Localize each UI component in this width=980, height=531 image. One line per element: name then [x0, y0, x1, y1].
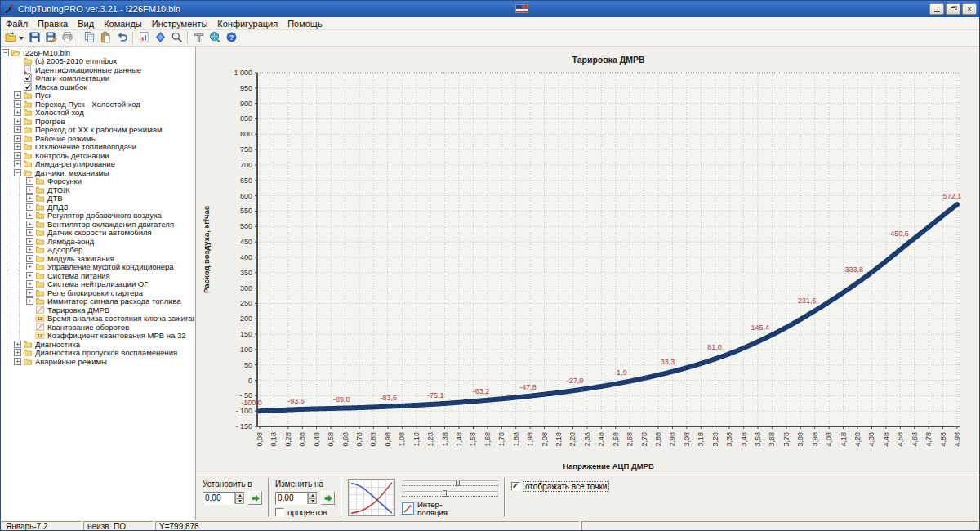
paste-button[interactable] — [97, 31, 114, 46]
tree-item[interactable]: +Датчик скорости автомобиля — [1, 229, 195, 238]
save-as-button[interactable] — [42, 31, 59, 46]
menu-item-edit[interactable]: Правка — [33, 17, 73, 30]
compare-button[interactable] — [152, 31, 168, 46]
tree-item[interactable]: +Рабочие режимы — [1, 134, 195, 143]
set-to-spin-down[interactable] — [235, 498, 244, 504]
expand-icon[interactable]: + — [26, 263, 33, 270]
minimize-button[interactable] — [929, 3, 944, 15]
expand-icon[interactable]: + — [14, 100, 21, 108]
tree-item[interactable]: −I226FM10.bin — [1, 48, 195, 57]
tools-button[interactable] — [190, 31, 207, 46]
expand-icon[interactable]: + — [14, 109, 21, 116]
open-dropdown-icon[interactable] — [19, 37, 24, 40]
language-flag-icon[interactable] — [515, 4, 528, 13]
apply-change-button[interactable] — [321, 491, 335, 505]
tree-item[interactable]: Тарировка ДМРВ — [1, 306, 195, 315]
tree-item[interactable]: 12Время анализа состояния ключа зажигани… — [1, 315, 195, 324]
expand-icon[interactable]: + — [26, 194, 33, 202]
expand-icon[interactable]: + — [14, 118, 21, 125]
tree-item[interactable]: Маска ошибок — [1, 83, 195, 91]
device-button[interactable] — [207, 31, 223, 46]
tree-item[interactable]: 12Коэффициент квантования МРВ на 32 — [1, 332, 195, 341]
calibration-chart[interactable]: 1 00095090085080075070065060055050045040… — [196, 47, 979, 475]
copy-button[interactable] — [81, 31, 97, 46]
tree-item[interactable]: +Вентилятор охлаждения двигателя — [1, 220, 195, 229]
tree-item[interactable]: +Форсунки — [1, 177, 195, 186]
tree-item[interactable]: +Холостой ход — [1, 109, 195, 118]
show-all-points-checkbox[interactable] — [511, 482, 520, 491]
set-to-input[interactable]: 0,00 — [203, 492, 245, 505]
menu-item-configuration[interactable]: Конфигурация — [212, 17, 283, 30]
tree-item[interactable]: +Пуск — [1, 91, 195, 100]
tree-item[interactable]: +Система питания — [1, 271, 195, 280]
tree-item[interactable]: +Диагностика — [1, 340, 195, 349]
tree-item[interactable]: +Модуль зажигания — [1, 254, 195, 263]
save-button[interactable] — [26, 31, 42, 46]
scale-slider-top[interactable] — [402, 480, 498, 486]
expand-icon[interactable]: + — [14, 358, 21, 365]
scale-slider-bottom[interactable] — [402, 491, 498, 497]
tree-item[interactable]: +Реле блокировки стартера — [1, 288, 195, 297]
tree-item[interactable]: (c) 2005-2010 emmibox — [1, 57, 195, 66]
expand-icon[interactable]: + — [14, 160, 21, 167]
expand-icon[interactable]: + — [26, 203, 33, 211]
tree-item[interactable]: +Регулятор добавочного воздуха — [1, 212, 195, 221]
expand-icon[interactable]: + — [26, 212, 33, 219]
tree-item[interactable]: +Переход от ХХ к рабочим режимам — [1, 126, 195, 135]
apply-set-button[interactable] — [248, 491, 262, 505]
close-button[interactable]: × — [962, 3, 977, 15]
expand-icon[interactable]: + — [26, 246, 33, 253]
expand-icon[interactable]: + — [26, 229, 33, 236]
tree-item[interactable]: +Контроль детонации — [1, 151, 195, 160]
restore-button[interactable] — [946, 3, 960, 15]
report-button[interactable] — [136, 31, 152, 46]
expand-icon[interactable]: + — [14, 341, 21, 348]
menu-item-view[interactable]: Вид — [73, 17, 99, 30]
expand-icon[interactable]: + — [26, 238, 33, 245]
menu-item-help[interactable]: Помощь — [283, 17, 327, 30]
tree-item[interactable]: Квантование оборотов — [1, 323, 195, 332]
expand-icon[interactable]: + — [14, 126, 21, 133]
change-by-input[interactable]: 0,00 — [275, 492, 318, 505]
expand-icon[interactable]: + — [26, 221, 33, 228]
tree-item[interactable]: +Система нейтрализации ОГ — [1, 280, 195, 289]
tree-item[interactable]: +Лямда-регулирование — [1, 160, 195, 169]
change-by-spin-down[interactable] — [308, 498, 317, 504]
expand-icon[interactable]: + — [14, 91, 21, 99]
menu-item-file[interactable]: Файл — [1, 17, 33, 30]
change-by-spin-up[interactable] — [308, 493, 317, 498]
tree-item[interactable]: +ДТОЖ — [1, 185, 195, 194]
tree-item[interactable]: +Аварийные режимы — [1, 357, 195, 366]
print-button[interactable] — [59, 31, 75, 46]
tree-item[interactable]: +Переход Пуск - Холостой ход — [1, 100, 195, 109]
zoom-button[interactable] — [168, 31, 185, 46]
collapse-icon[interactable]: − — [2, 49, 9, 56]
tree-item[interactable]: +Иммитатор сигнала расхода топлива — [1, 297, 195, 306]
expand-icon[interactable]: + — [26, 272, 33, 279]
expand-icon[interactable]: + — [26, 280, 33, 288]
tree-item[interactable]: +Управление муфтой кондиционера — [1, 263, 195, 272]
tree-item[interactable]: −Датчики, механизмы — [1, 168, 195, 177]
undo-button[interactable] — [114, 31, 130, 46]
tree-item[interactable]: +Лямбда-зонд — [1, 237, 195, 246]
open-button[interactable] — [2, 31, 19, 46]
interpolation-icon[interactable] — [402, 502, 414, 515]
tree-item[interactable]: +Прогрев — [1, 117, 195, 126]
expand-icon[interactable]: + — [14, 143, 21, 150]
percent-checkbox[interactable] — [275, 508, 284, 517]
tree-item[interactable]: +ДТВ — [1, 194, 195, 203]
tree-item[interactable]: +ДПДЗ — [1, 203, 195, 212]
expand-icon[interactable]: + — [14, 349, 21, 356]
expand-icon[interactable]: + — [26, 255, 33, 262]
expand-icon[interactable]: + — [14, 152, 21, 159]
tree-item[interactable]: +Диагностика пропусков воспламенения — [1, 349, 195, 358]
expand-icon[interactable]: + — [26, 177, 33, 185]
expand-icon[interactable]: + — [14, 135, 21, 142]
menu-item-commands[interactable]: Команды — [99, 17, 147, 30]
expand-icon[interactable]: + — [26, 186, 33, 194]
expand-icon[interactable]: + — [26, 289, 33, 297]
slider-handle[interactable] — [443, 490, 447, 497]
help-button[interactable]: ? — [223, 31, 239, 46]
tree-item[interactable]: +Отключение топливоподачи — [1, 143, 195, 152]
menu-item-tools[interactable]: Инструменты — [147, 17, 213, 30]
